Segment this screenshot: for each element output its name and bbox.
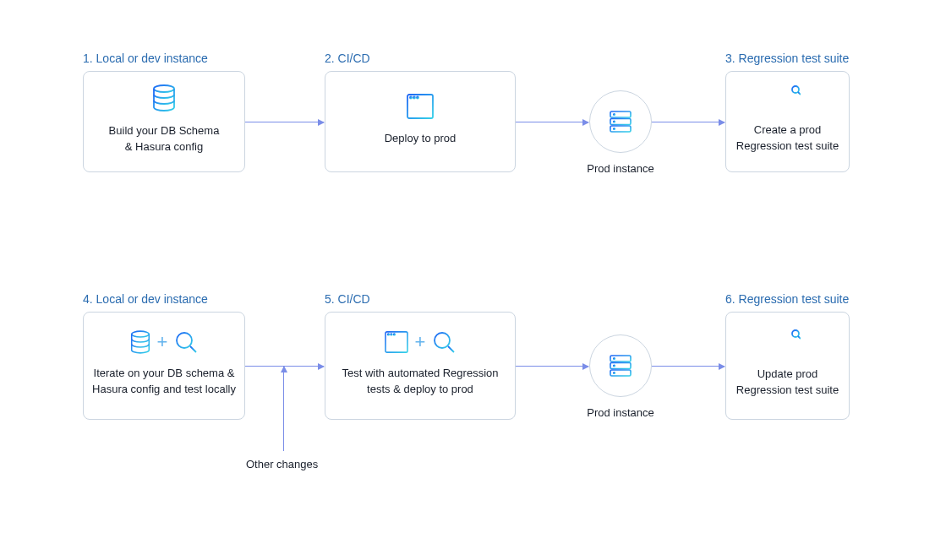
- diagram-canvas: 1. Local or dev instance Build your DB S…: [0, 0, 935, 560]
- prod-instance-circle-2: [589, 334, 652, 397]
- step3-box: Create a prod Regression test suite: [725, 71, 850, 172]
- step1-title: 1. Local or dev instance: [83, 52, 208, 65]
- svg-point-3: [410, 96, 412, 98]
- document-search-icon: [775, 85, 801, 111]
- svg-point-44: [792, 330, 799, 337]
- svg-point-38: [614, 365, 615, 367]
- step5-box: + Test with automated Regression tests &…: [325, 312, 516, 420]
- step1-caption: Build your DB Schema & Hasura config: [109, 123, 220, 155]
- browser-window-icon: [385, 331, 408, 353]
- svg-line-33: [448, 346, 454, 352]
- step5-caption: Test with automated Regression tests & d…: [342, 366, 499, 398]
- step6-caption: Update prod Regression test suite: [736, 367, 839, 399]
- arrow-2-circle: [516, 122, 588, 122]
- other-changes-label: Other changes: [246, 458, 318, 470]
- magnifier-icon: [174, 330, 198, 354]
- svg-point-32: [435, 333, 450, 348]
- step5-title: 5. CI/CD: [325, 292, 370, 306]
- magnifier-icon: [432, 330, 456, 354]
- step2-title: 2. CI/CD: [325, 52, 370, 65]
- step5-icons: +: [385, 330, 457, 354]
- step2-box: Deploy to prod: [325, 71, 516, 172]
- svg-point-5: [417, 96, 418, 98]
- step3-title: 3. Regression test suite: [725, 52, 849, 65]
- arrow-circle-3: [652, 122, 724, 122]
- document-search-icon: [775, 329, 801, 355]
- svg-point-27: [391, 334, 392, 335]
- svg-point-13: [614, 121, 615, 122]
- browser-window-icon: [407, 94, 434, 119]
- step4-icons: +: [130, 330, 199, 354]
- arrow-other-changes: [283, 367, 284, 451]
- svg-point-37: [614, 358, 615, 360]
- svg-point-39: [614, 372, 615, 374]
- svg-line-20: [798, 92, 801, 95]
- svg-point-26: [387, 334, 389, 335]
- step4-caption: Iterate on your DB schema & Hasura confi…: [92, 366, 236, 398]
- svg-point-0: [154, 85, 174, 92]
- server-icon: [610, 355, 632, 377]
- plus-icon: +: [415, 331, 426, 353]
- arrow-5-circle: [516, 366, 588, 367]
- svg-point-21: [131, 331, 149, 337]
- svg-point-14: [614, 128, 615, 130]
- arrow-circle-6: [652, 366, 724, 367]
- step1-box: Build your DB Schema & Hasura config: [83, 71, 245, 172]
- svg-line-23: [190, 346, 196, 352]
- svg-point-22: [177, 333, 192, 348]
- step4-title: 4. Local or dev instance: [83, 292, 208, 306]
- database-icon: [130, 330, 150, 354]
- prod-instance-circle-1: [589, 90, 652, 153]
- svg-point-12: [614, 114, 615, 116]
- database-icon: [152, 84, 176, 111]
- svg-line-45: [798, 336, 801, 339]
- prod-instance-label-1: Prod instance: [570, 162, 671, 175]
- arrow-1-2: [245, 122, 324, 122]
- server-icon: [610, 111, 632, 133]
- plus-icon: +: [157, 331, 168, 353]
- step6-title: 6. Regression test suite: [725, 292, 849, 306]
- step2-caption: Deploy to prod: [385, 131, 457, 147]
- step4-box: + Iterate on your DB schema & Hasura con…: [83, 312, 245, 420]
- step3-caption: Create a prod Regression test suite: [736, 122, 839, 155]
- svg-point-19: [792, 86, 799, 93]
- step6-box: Update prod Regression test suite: [725, 312, 850, 420]
- svg-point-28: [393, 334, 395, 335]
- prod-instance-label-2: Prod instance: [570, 406, 671, 419]
- svg-point-4: [413, 96, 415, 98]
